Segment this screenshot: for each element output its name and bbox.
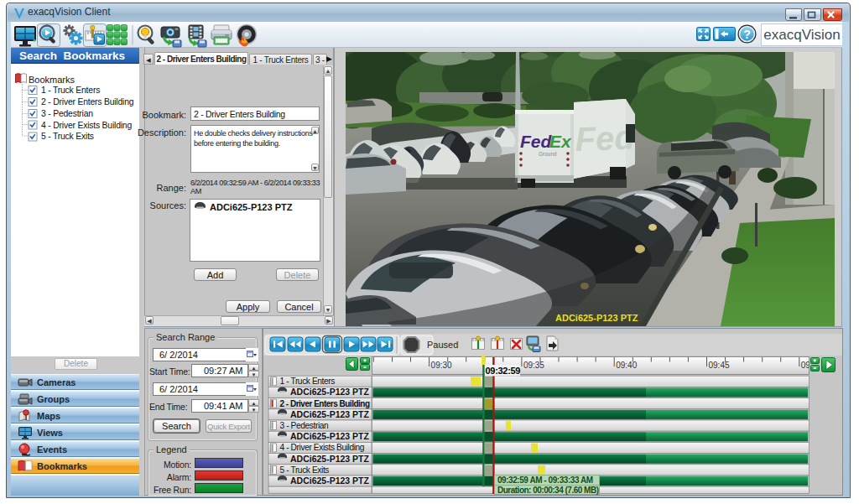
svg-text:ADCi625-P123 PTZ: ADCi625-P123 PTZ: [290, 409, 370, 419]
svg-text:Paused: Paused: [427, 340, 458, 350]
svg-text:Bookmarks: Bookmarks: [29, 75, 75, 85]
svg-text:3 - Pedestrian: 3 - Pedestrian: [41, 109, 93, 118]
svg-text:09:40: 09:40: [616, 361, 637, 370]
svg-text:Duration: 00:00:34 (7.60 MB): Duration: 00:00:34 (7.60 MB): [497, 486, 599, 495]
svg-text:2 - Driver Enters Building: 2 - Driver Enters Building: [41, 97, 134, 107]
svg-text:?: ?: [743, 28, 751, 41]
svg-text:ADCi625-P123 PTZ: ADCi625-P123 PTZ: [290, 475, 370, 486]
svg-text:5 - Truck Exits: 5 - Truck Exits: [41, 132, 94, 141]
svg-text:exacqVision: exacqVision: [763, 27, 840, 43]
svg-text:ADCi625-P123 PTZ: ADCi625-P123 PTZ: [290, 454, 370, 464]
svg-text:ADCi625-P123 PTZ: ADCi625-P123 PTZ: [290, 387, 370, 397]
svg-text:Fed: Fed: [520, 132, 553, 151]
svg-text:4 - Driver Exists Building: 4 - Driver Exists Building: [280, 443, 365, 452]
svg-text:Ex: Ex: [549, 132, 572, 151]
svg-text:Ground: Ground: [539, 151, 557, 157]
svg-text:09:32:59 AM - 09:33:33 AM: 09:32:59 AM - 09:33:33 AM: [497, 475, 593, 485]
svg-text:1 - Truck Enters: 1 - Truck Enters: [41, 86, 100, 95]
svg-text:4 - Driver Exists Building: 4 - Driver Exists Building: [41, 121, 132, 130]
svg-text:09:45: 09:45: [709, 361, 730, 370]
svg-text:09:30: 09:30: [431, 361, 452, 370]
svg-text:1 - Truck Enters: 1 - Truck Enters: [280, 377, 336, 386]
svg-text:09:32:59: 09:32:59: [486, 366, 521, 376]
svg-text:ADCi625-P123 PTZ: ADCi625-P123 PTZ: [290, 431, 370, 441]
svg-text:3 - Pedestrian: 3 - Pedestrian: [280, 421, 329, 430]
svg-text:09:35: 09:35: [523, 361, 544, 370]
svg-text:ADCi625-P123 PTZ: ADCi625-P123 PTZ: [555, 313, 638, 323]
svg-text:2 - Driver Enters Building: 2 - Driver Enters Building: [280, 399, 370, 408]
svg-text:5 - Truck Exits: 5 - Truck Exits: [280, 465, 330, 475]
